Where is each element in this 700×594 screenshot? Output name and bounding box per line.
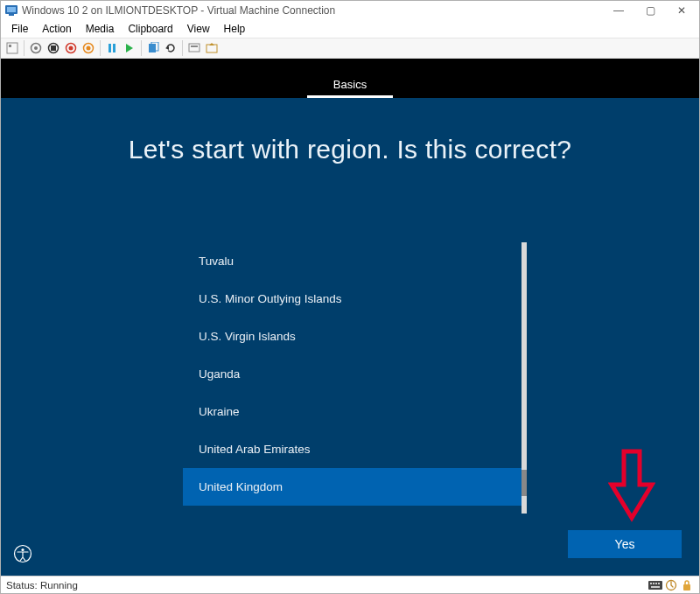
svg-marker-15 (126, 44, 133, 52)
shutdown-button[interactable] (63, 40, 79, 56)
speaker-status-icon (664, 578, 678, 592)
svg-rect-1 (7, 7, 16, 12)
svg-rect-8 (51, 45, 56, 51)
oobe-page: Let's start with region. Is this correct… (1, 98, 699, 576)
yes-label: Yes (615, 537, 635, 551)
region-option[interactable]: Ukraine (183, 393, 522, 430)
svg-rect-21 (206, 45, 217, 52)
region-scrollbar[interactable] (522, 242, 527, 514)
menu-bar: File Action Media Clipboard View Help (1, 20, 699, 38)
page-heading: Let's start with region. Is this correct… (1, 98, 699, 164)
svg-point-6 (34, 46, 38, 50)
svg-point-12 (87, 46, 91, 51)
turn-off-button[interactable] (46, 40, 61, 56)
save-state-button[interactable] (80, 40, 96, 56)
region-label: Tuvalu (199, 255, 234, 268)
region-option[interactable]: Uganda (183, 355, 522, 393)
svg-rect-13 (108, 44, 111, 52)
close-button[interactable]: ✕ (666, 1, 697, 20)
svg-rect-4 (9, 45, 11, 47)
menu-help[interactable]: Help (219, 21, 251, 37)
region-option[interactable]: Tuvalu (183, 242, 522, 280)
svg-rect-26 (650, 583, 652, 584)
svg-rect-27 (653, 583, 654, 584)
toolbar (1, 38, 699, 59)
menu-file[interactable]: File (6, 21, 33, 37)
svg-rect-14 (113, 44, 116, 52)
svg-rect-28 (655, 583, 657, 584)
region-option-selected[interactable]: United Kingdom (183, 468, 522, 506)
menu-media[interactable]: Media (80, 21, 120, 37)
region-label: U.S. Minor Outlying Islands (199, 292, 342, 305)
toolbar-separator (100, 40, 101, 56)
region-option[interactable]: U.S. Minor Outlying Islands (183, 280, 522, 318)
tab-basics[interactable]: Basics (307, 69, 393, 98)
svg-rect-2 (9, 14, 14, 16)
toolbar-separator (182, 40, 183, 56)
svg-rect-19 (189, 44, 200, 52)
vm-display: Basics Let's start with region. Is this … (1, 59, 699, 576)
minimize-button[interactable]: — (603, 1, 634, 20)
region-listbox[interactable]: Tuvalu U.S. Minor Outlying Islands U.S. … (183, 242, 522, 514)
revert-button[interactable] (163, 40, 178, 56)
reset-button[interactable] (122, 40, 137, 56)
region-option[interactable]: United Arab Emirates (183, 430, 522, 468)
toolbar-separator (141, 40, 142, 56)
region-option[interactable]: U.S. Virgin Islands (183, 318, 522, 355)
app-icon (4, 3, 18, 17)
svg-rect-32 (683, 584, 690, 591)
region-label: United Kingdom (199, 480, 283, 493)
checkpoint-button[interactable] (145, 40, 161, 56)
lock-status-icon (680, 578, 694, 592)
region-label: United Arab Emirates (199, 443, 311, 456)
ctrl-alt-del-button[interactable] (4, 40, 20, 56)
region-label: Uganda (199, 367, 240, 381)
svg-rect-25 (648, 581, 662, 590)
annotation-arrow-icon (608, 448, 655, 523)
keyboard-status-icon (648, 578, 662, 592)
pause-button[interactable] (104, 40, 120, 56)
region-label: U.S. Virgin Islands (199, 330, 296, 343)
oobe-tabstrip: Basics (1, 59, 699, 98)
enhanced-session-button[interactable] (186, 40, 202, 56)
toolbar-separator (24, 40, 24, 56)
svg-point-10 (69, 46, 74, 51)
share-button[interactable] (204, 40, 220, 56)
yes-button[interactable]: Yes (568, 530, 682, 558)
maximize-button[interactable]: ▢ (634, 1, 666, 20)
vm-connection-window: Windows 10 2 on ILMIONTDESKTOP - Virtual… (0, 0, 700, 594)
window-title: Windows 10 2 on ILMIONTDESKTOP - Virtual… (22, 4, 335, 17)
menu-view[interactable]: View (182, 21, 215, 37)
svg-rect-30 (651, 586, 660, 588)
svg-rect-20 (191, 45, 198, 47)
scroll-thumb[interactable] (522, 470, 527, 496)
svg-point-24 (21, 549, 24, 551)
region-label: Ukraine (199, 405, 240, 418)
status-bar: Status: Running (1, 576, 699, 593)
start-button[interactable] (28, 40, 44, 56)
menu-action[interactable]: Action (37, 21, 76, 37)
status-text: Status: Running (6, 580, 78, 591)
ease-of-access-button[interactable] (13, 544, 32, 563)
svg-rect-3 (7, 43, 18, 53)
title-bar: Windows 10 2 on ILMIONTDESKTOP - Virtual… (1, 1, 699, 20)
svg-rect-29 (658, 583, 660, 584)
menu-clipboard[interactable]: Clipboard (122, 21, 178, 37)
